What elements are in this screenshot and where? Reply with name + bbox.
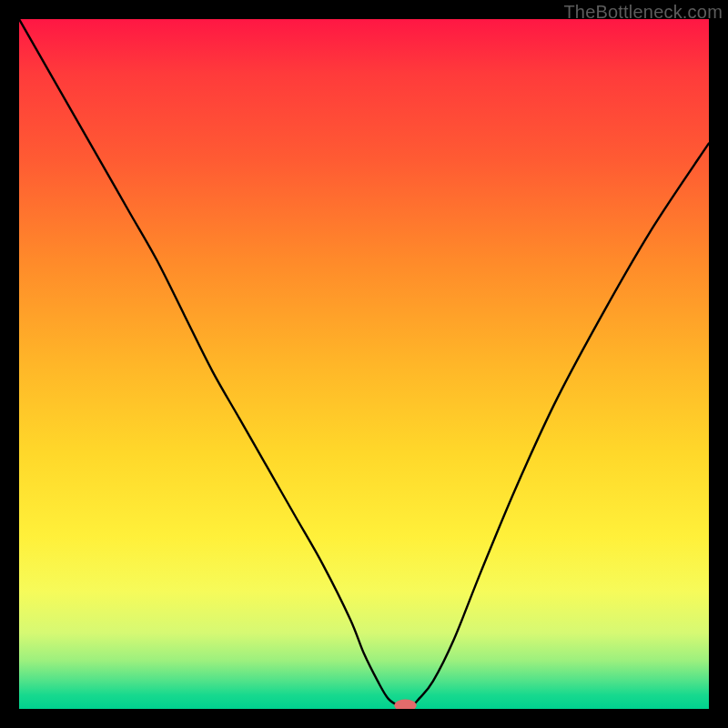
chart-frame: TheBottleneck.com bbox=[0, 0, 728, 728]
watermark-text: TheBottleneck.com bbox=[563, 2, 723, 23]
optimal-marker bbox=[394, 699, 416, 709]
plot-area bbox=[19, 19, 709, 709]
curve-svg bbox=[19, 19, 709, 709]
bottleneck-curve bbox=[19, 19, 709, 706]
